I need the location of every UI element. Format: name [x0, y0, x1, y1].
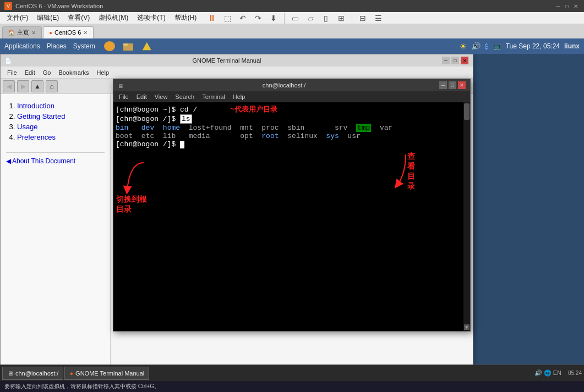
- term-sp1: [128, 124, 141, 132]
- vm-toolbar-btn7[interactable]: ▯: [319, 12, 332, 25]
- term-line-last: [chn@bogon /]$: [116, 140, 455, 148]
- gnome-places[interactable]: Places: [47, 42, 67, 50]
- terminal-close[interactable]: ✕: [458, 81, 466, 89]
- terminal-scrollbar[interactable]: ▼: [463, 102, 470, 331]
- browser-icon: 📄: [5, 58, 12, 64]
- term-sp13: [210, 132, 241, 140]
- minimize-button[interactable]: ─: [554, 2, 562, 10]
- term-sp15: [279, 132, 288, 140]
- tab-centos-close[interactable]: ✕: [83, 30, 88, 36]
- toc-link-getting-started[interactable]: Getting Started: [17, 112, 65, 120]
- browser-menu-file[interactable]: File: [4, 68, 20, 77]
- firefox-icon[interactable]: [104, 41, 115, 51]
- browser-close[interactable]: ✕: [461, 57, 468, 64]
- system-tray: 🔊 🌐 EN 05:24: [534, 369, 582, 377]
- about-link-text: About This Document: [12, 157, 75, 165]
- browser-menu-edit[interactable]: Edit: [21, 68, 39, 77]
- browser-menu-go[interactable]: Go: [40, 68, 54, 77]
- vm-toolbar-btn3[interactable]: ↷: [252, 12, 265, 25]
- taskbar-terminal-label: chn@localhost:/: [15, 370, 58, 377]
- menu-view[interactable]: 查看(V): [63, 12, 94, 24]
- close-button[interactable]: ✕: [572, 2, 580, 10]
- term-menu-edit[interactable]: Edit: [133, 92, 150, 101]
- pause-icon[interactable]: ⏸: [205, 12, 219, 25]
- menu-vm[interactable]: 虚拟机(M): [94, 12, 133, 24]
- vm-toolbar-btn6[interactable]: ▱: [304, 12, 317, 25]
- vm-toolbar-btn1[interactable]: ⬚: [221, 12, 234, 25]
- tray-icons: 🔊 🌐 EN: [534, 369, 561, 377]
- term-sp14: [253, 132, 262, 140]
- gnome-system[interactable]: System: [73, 42, 95, 50]
- vm-toolbar-btn2[interactable]: ↶: [236, 12, 249, 25]
- term-menu-terminal[interactable]: Terminal: [199, 92, 228, 101]
- term-etc: etc: [141, 132, 154, 140]
- term-menu-view[interactable]: View: [151, 92, 171, 101]
- taskbar-terminal[interactable]: 🖥 chn@localhost:/: [2, 367, 63, 380]
- bluetooth-icon: ₿: [485, 42, 489, 51]
- svg-rect-1: [123, 43, 128, 46]
- volume-icon: 🔊: [471, 42, 481, 51]
- taskbar-browser-icon: ●: [69, 370, 73, 377]
- about-link[interactable]: ◀ About This Document: [6, 157, 105, 165]
- browser-menu-help[interactable]: Help: [93, 68, 112, 77]
- browser-title-bar: 📄 GNOME Terminal Manual ─ □ ✕: [1, 54, 473, 67]
- menu-edit[interactable]: 编辑(E): [32, 12, 63, 24]
- back-button[interactable]: ◀: [3, 80, 15, 92]
- forward-button[interactable]: ▶: [17, 80, 29, 92]
- term-bin: bin: [116, 124, 128, 132]
- toc-link-preferences[interactable]: Preferences: [17, 133, 56, 141]
- tray-time: 05:24: [568, 370, 582, 376]
- home-button[interactable]: ⌂: [46, 80, 58, 92]
- terminal-body-wrapper: [chn@bogon ~]$ cd / ~代表用户目录 [chn@bogon /…: [113, 102, 470, 331]
- sidebar: Introduction Getting Started Usage Prefe…: [1, 94, 111, 365]
- menu-tabs[interactable]: 选项卡(T): [133, 12, 170, 24]
- browser-maximize[interactable]: □: [451, 57, 459, 64]
- vm-toolbar-btn4[interactable]: ⬇: [267, 12, 280, 25]
- term-menu-help[interactable]: Help: [230, 92, 249, 101]
- annotation-view-container: 查看目录: [392, 152, 419, 192]
- term-menu-file[interactable]: File: [116, 92, 132, 101]
- terminal-body[interactable]: [chn@bogon ~]$ cd / ~代表用户目录 [chn@bogon /…: [113, 102, 463, 331]
- toc-link-usage[interactable]: Usage: [17, 123, 38, 131]
- term-root: root: [261, 132, 279, 140]
- browser-minimize[interactable]: ─: [442, 57, 450, 64]
- tab-home-label: 主页: [17, 29, 29, 37]
- browser-menu-bookmarks[interactable]: Bookmarks: [55, 68, 92, 77]
- edit-icon[interactable]: [141, 41, 152, 51]
- toc-item-1: Introduction: [17, 102, 105, 110]
- vm-toolbar-btn10[interactable]: ☰: [372, 12, 385, 25]
- maximize-button[interactable]: □: [563, 2, 571, 10]
- vm-toolbar-btn9[interactable]: ⊟: [356, 12, 369, 25]
- network-icon: 📺: [493, 42, 501, 50]
- term-menu-search[interactable]: Search: [172, 92, 198, 101]
- taskbar-browser[interactable]: ● GNOME Terminal Manual: [64, 367, 149, 380]
- vmware-window: V CentOS 6 - VMware Workstation ─ □ ✕ 文件…: [0, 0, 584, 392]
- toc-link-introduction[interactable]: Introduction: [17, 102, 54, 110]
- terminal-minimize[interactable]: ─: [439, 81, 447, 89]
- menu-file[interactable]: 文件(F): [2, 12, 32, 24]
- toc-item-2: Getting Started: [17, 112, 105, 120]
- files-icon[interactable]: [123, 41, 134, 51]
- terminal-window[interactable]: 🖥 chn@localhost:/ ─ □ ✕ File Edit View S…: [113, 79, 471, 332]
- vm-toolbar-btn5[interactable]: ▭: [288, 12, 302, 25]
- gnome-apps[interactable]: Applications: [4, 42, 40, 50]
- term-dev: dev: [141, 124, 154, 132]
- term-prompt-last: [chn@bogon /]$: [116, 140, 180, 148]
- tab-home[interactable]: 🏠 主页 ✕: [2, 26, 42, 38]
- vmware-title: CentOS 6 - VMware Workstation: [15, 3, 103, 9]
- browser-title-text: GNOME Terminal Manual: [12, 57, 442, 64]
- tab-home-close[interactable]: ✕: [31, 30, 36, 36]
- tab-centos6[interactable]: ● CentOS 6 ✕: [43, 26, 94, 38]
- menu-help[interactable]: 帮助(H): [170, 12, 201, 24]
- status-bar: 要将输入定向到该虚拟机，请将鼠标指针移入其中或按 Ctrl+G。: [0, 381, 584, 392]
- browser-controls: ─ □ ✕: [442, 57, 468, 64]
- home-icon: 🏠: [8, 30, 15, 36]
- gnome-bar-left: Applications Places System: [4, 41, 152, 51]
- terminal-controls: ─ □ ✕: [439, 81, 466, 89]
- terminal-maximize[interactable]: □: [449, 81, 456, 89]
- term-sp4: [232, 124, 241, 132]
- vm-toolbar-btn8[interactable]: ⊞: [335, 12, 348, 25]
- up-button[interactable]: ▲: [31, 80, 43, 92]
- title-bar: V CentOS 6 - VMware Workstation ─ □ ✕: [0, 0, 584, 12]
- scroll-down-btn[interactable]: ▼: [464, 324, 470, 330]
